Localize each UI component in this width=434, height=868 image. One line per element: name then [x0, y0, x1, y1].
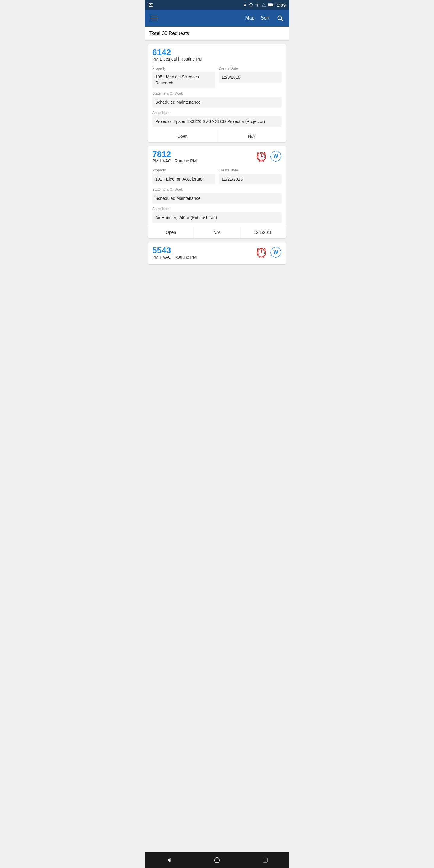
- sort-link[interactable]: Sort: [261, 16, 270, 21]
- request-id: 7812: [152, 150, 196, 158]
- property-date-row: Property 105 - Medical Sciences Research…: [152, 66, 282, 88]
- search-icon: [277, 15, 283, 22]
- status-bar: 🖼: [145, 0, 289, 10]
- svg-point-6: [257, 6, 258, 7]
- card-body: 7812 PM HVAC | Routine PM: [148, 146, 286, 223]
- card-footer: Open N/A 12/1/2018: [148, 226, 286, 239]
- svg-marker-7: [262, 3, 266, 7]
- total-bar: Total 30 Requests: [145, 27, 289, 41]
- w-circle-icon: W: [270, 246, 282, 258]
- request-id: 6142: [152, 48, 202, 57]
- request-card[interactable]: 7812 PM HVAC | Routine PM: [148, 146, 286, 239]
- card-icons: W: [255, 150, 282, 162]
- property-group: Property 102 - Electron Accelerator: [152, 168, 216, 184]
- card-footer: Open N/A: [148, 130, 286, 142]
- svg-text:W: W: [273, 154, 278, 159]
- statement-value: Scheduled Maintenance: [152, 193, 282, 204]
- w-circle-icon: W: [270, 150, 282, 162]
- svg-marker-29: [167, 858, 170, 863]
- asset-label: Asset Item: [152, 207, 282, 211]
- create-date-value: 11/21/2018: [218, 174, 282, 184]
- statement-label: Statement Of Work: [152, 187, 282, 192]
- back-button[interactable]: [161, 852, 176, 868]
- back-icon: [165, 857, 172, 864]
- card-header: 7812 PM HVAC | Routine PM: [152, 150, 282, 167]
- svg-rect-1: [250, 3, 252, 6]
- property-label: Property: [152, 168, 216, 173]
- recent-apps-icon: [262, 858, 268, 863]
- alarm-clock-icon: [255, 246, 267, 258]
- footer-priority: N/A: [194, 226, 240, 239]
- total-count: 30 Requests: [162, 31, 189, 36]
- property-value: 102 - Electron Accelerator: [152, 174, 216, 184]
- card-header: 6142 PM Electrical | Routine PM: [152, 48, 282, 65]
- svg-line-18: [263, 161, 264, 161]
- navbar-right: Map Sort: [245, 13, 284, 23]
- asset-label: Asset Item: [152, 111, 282, 115]
- asset-field: Asset Item Air Handler, 240 V (Exhaust F…: [152, 207, 282, 223]
- card-body: 6142 PM Electrical | Routine PM Property…: [148, 44, 286, 127]
- property-label: Property: [152, 66, 216, 70]
- svg-rect-9: [268, 4, 272, 6]
- map-link[interactable]: Map: [245, 16, 255, 21]
- total-label: Total: [150, 31, 161, 36]
- svg-rect-31: [263, 858, 267, 862]
- navbar-left: [150, 14, 159, 22]
- footer-priority: N/A: [217, 130, 286, 142]
- request-type: PM Electrical | Routine PM: [152, 57, 202, 61]
- request-id: 5543: [152, 246, 196, 255]
- create-date-group: Create Date 11/21/2018: [218, 168, 282, 184]
- wifi-icon: [255, 3, 260, 7]
- bluetooth-icon: [243, 3, 247, 7]
- asset-value: Air Handler, 240 V (Exhaust Fan): [152, 212, 282, 223]
- svg-line-26: [263, 257, 264, 258]
- statement-value: Scheduled Maintenance: [152, 97, 282, 107]
- status-left: 🖼: [148, 2, 153, 7]
- footer-date: 12/1/2018: [240, 226, 286, 239]
- svg-text:W: W: [273, 250, 278, 255]
- home-icon: [214, 857, 220, 864]
- request-type: PM HVAC | Routine PM: [152, 158, 196, 163]
- signal-icon: [261, 3, 266, 7]
- property-value: 105 - Medical Sciences Research: [152, 72, 216, 88]
- request-card[interactable]: 5543 PM HVAC | Routine PM: [148, 242, 286, 265]
- asset-field: Asset Item Projector Epson EX3220 SVGA 3…: [152, 111, 282, 127]
- bottom-nav: [145, 852, 289, 868]
- card-body: 5543 PM HVAC | Routine PM: [148, 242, 286, 263]
- create-date-group: Create Date 12/3/2018: [218, 66, 282, 88]
- requests-list: 6142 PM Electrical | Routine PM Property…: [145, 41, 289, 852]
- svg-line-25: [259, 257, 260, 258]
- asset-value: Projector Epson EX3220 SVGA 3LCD Project…: [152, 116, 282, 127]
- alarm-clock-icon: [255, 150, 267, 162]
- footer-status: Open: [148, 130, 217, 142]
- recent-apps-button[interactable]: [258, 852, 273, 868]
- battery-icon: [268, 3, 274, 7]
- search-button[interactable]: [276, 13, 284, 23]
- home-button[interactable]: [210, 852, 224, 868]
- property-date-row: Property 102 - Electron Accelerator Crea…: [152, 168, 282, 184]
- create-date-label: Create Date: [218, 168, 282, 173]
- card-icons: W: [255, 246, 282, 258]
- svg-line-12: [281, 19, 283, 21]
- navbar: Map Sort: [145, 10, 289, 27]
- statement-field: Statement Of Work Scheduled Maintenance: [152, 91, 282, 107]
- card-header: 5543 PM HVAC | Routine PM: [152, 246, 282, 263]
- photo-icon: 🖼: [148, 2, 153, 7]
- menu-button[interactable]: [150, 14, 159, 22]
- request-type: PM HVAC | Routine PM: [152, 255, 196, 259]
- property-group: Property 105 - Medical Sciences Research: [152, 66, 216, 88]
- status-right: 1:09: [243, 2, 286, 7]
- svg-point-11: [278, 16, 282, 20]
- vibrate-icon: [249, 3, 253, 7]
- create-date-label: Create Date: [218, 66, 282, 70]
- request-card[interactable]: 6142 PM Electrical | Routine PM Property…: [148, 44, 286, 143]
- svg-line-17: [259, 161, 260, 161]
- footer-status: Open: [148, 226, 194, 239]
- statement-label: Statement Of Work: [152, 91, 282, 96]
- svg-rect-10: [273, 4, 274, 5]
- svg-point-30: [215, 858, 220, 863]
- statement-field: Statement Of Work Scheduled Maintenance: [152, 187, 282, 204]
- clock-time: 1:09: [277, 2, 286, 7]
- create-date-value: 12/3/2018: [218, 72, 282, 83]
